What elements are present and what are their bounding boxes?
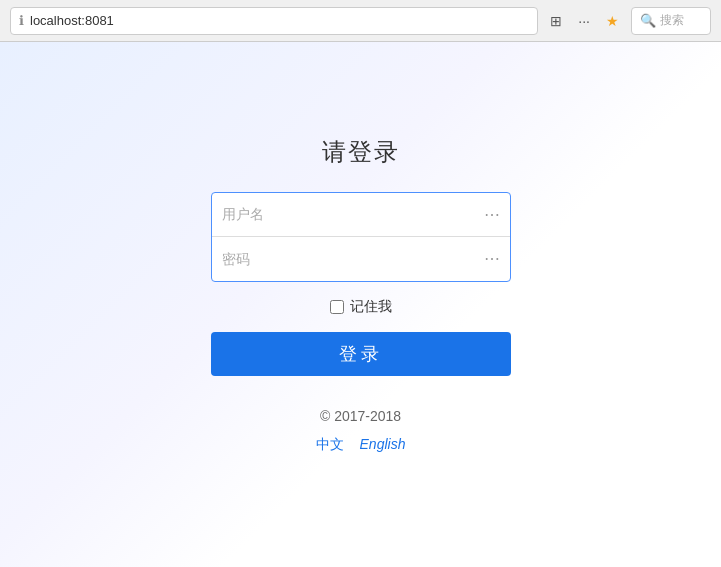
page-background: 请登录 ⋯ ⋯ 记住我 登录 © 2017-2018 中文 English [0, 42, 721, 567]
login-form-box: ⋯ ⋯ [211, 192, 511, 282]
lang-en-link[interactable]: English [360, 436, 406, 454]
username-row: ⋯ [212, 193, 510, 237]
search-bar[interactable]: 🔍 搜索 [631, 7, 711, 35]
browser-controls: ⊞ ··· ★ 🔍 搜索 [546, 7, 711, 35]
username-toggle-icon[interactable]: ⋯ [484, 205, 500, 224]
remember-me-row: 记住我 [330, 298, 392, 316]
password-row: ⋯ [212, 237, 510, 281]
password-input[interactable] [222, 251, 478, 267]
url-text: localhost:8081 [30, 13, 114, 28]
search-placeholder: 搜索 [660, 12, 684, 29]
copyright-text: © 2017-2018 [320, 408, 401, 424]
info-icon: ℹ [19, 13, 24, 28]
login-button[interactable]: 登录 [211, 332, 511, 376]
bookmark-icon-button[interactable]: ★ [602, 11, 623, 31]
search-icon: 🔍 [640, 13, 656, 28]
page-title: 请登录 [322, 136, 400, 168]
login-container: 请登录 ⋯ ⋯ 记住我 登录 © 2017-2018 中文 English [211, 136, 511, 454]
url-bar[interactable]: ℹ localhost:8081 [10, 7, 538, 35]
more-options-button[interactable]: ··· [574, 11, 594, 31]
remember-me-label: 记住我 [350, 298, 392, 316]
lang-zh-link[interactable]: 中文 [316, 436, 344, 454]
language-switcher: 中文 English [316, 436, 406, 454]
remember-me-checkbox[interactable] [330, 300, 344, 314]
browser-chrome: ℹ localhost:8081 ⊞ ··· ★ 🔍 搜索 [0, 0, 721, 42]
username-input[interactable] [222, 206, 478, 222]
password-toggle-icon[interactable]: ⋯ [484, 249, 500, 268]
grid-icon-button[interactable]: ⊞ [546, 11, 566, 31]
